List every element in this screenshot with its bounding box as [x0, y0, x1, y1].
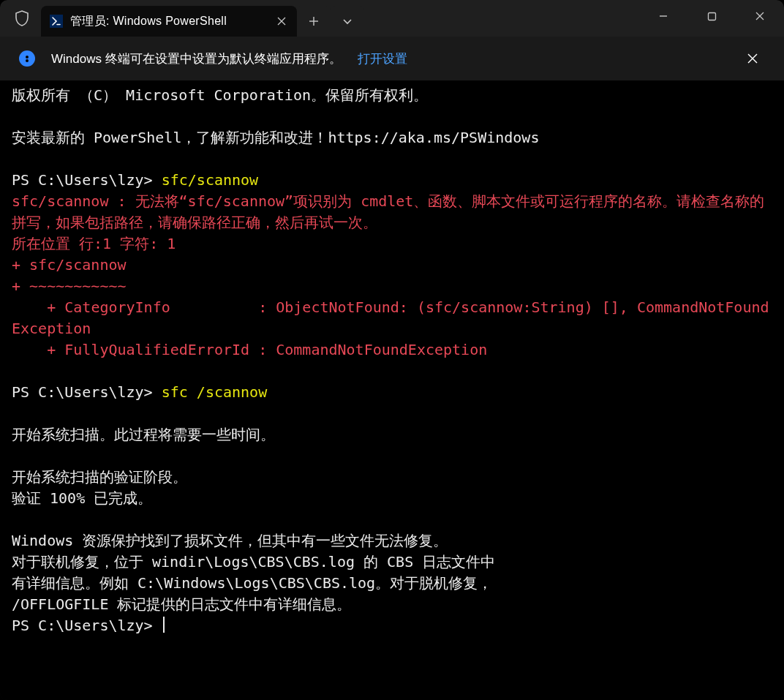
- prompt: PS C:\Users\lzy>: [12, 383, 162, 401]
- error-line: + ~~~~~~~~~~~: [12, 277, 127, 295]
- tab-dropdown-button[interactable]: [331, 6, 364, 37]
- cursor: [163, 617, 165, 633]
- titlebar[interactable]: 管理员: Windows PowerShell: [0, 0, 784, 37]
- info-icon: [19, 50, 35, 67]
- error-line: + FullyQualifiedErrorId : CommandNotFoun…: [12, 341, 487, 358]
- command-input: sfc /scannow: [162, 383, 268, 401]
- maximize-button[interactable]: [687, 0, 736, 32]
- window-controls: [639, 0, 784, 37]
- prompt: PS C:\Users\lzy>: [12, 617, 162, 634]
- powershell-icon: [50, 15, 63, 28]
- output-line: 验证 100% 已完成。: [12, 489, 152, 507]
- chevron-down-icon: [342, 18, 353, 25]
- command-input: sfc/scannow: [162, 171, 258, 189]
- terminal-pane[interactable]: 版权所有 （C） Microsoft Corporation。保留所有权利。 安…: [0, 80, 784, 700]
- svg-rect-6: [708, 12, 715, 20]
- window-frame: 管理员: Windows PowerShell: [0, 0, 784, 700]
- error-line: sfc/scannow : 无法将“sfc/scannow”项识别为 cmdle…: [12, 192, 764, 231]
- output-line: 安装最新的 PowerShell，了解新功能和改进！https://aka.ms…: [12, 129, 539, 146]
- minimize-icon: [658, 11, 668, 21]
- output-line: Windows 资源保护找到了损坏文件，但其中有一些文件无法修复。: [12, 532, 448, 549]
- infobar-message: Windows 终端可在设置中设置为默认终端应用程序。: [51, 50, 342, 67]
- tab-title: 管理员: Windows PowerShell: [70, 14, 265, 29]
- infobar: Windows 终端可在设置中设置为默认终端应用程序。 打开设置: [0, 37, 784, 80]
- close-icon: [755, 11, 765, 21]
- close-icon: [747, 53, 758, 64]
- infobar-close-button[interactable]: [740, 46, 765, 71]
- output-line: 有详细信息。例如 C:\Windows\Logs\CBS\CBS.log。对于脱…: [12, 574, 492, 592]
- close-icon: [277, 17, 286, 26]
- error-line: 所在位置 行:1 字符: 1: [12, 235, 176, 252]
- output-line: 对于联机修复，位于 windir\Logs\CBS\CBS.log 的 CBS …: [12, 553, 495, 571]
- output-line: 开始系统扫描。此过程将需要一些时间。: [12, 426, 275, 443]
- close-window-button[interactable]: [736, 0, 784, 32]
- open-settings-link[interactable]: 打开设置: [358, 50, 407, 67]
- tab-active[interactable]: 管理员: Windows PowerShell: [41, 6, 297, 37]
- output-line: /OFFLOGFILE 标记提供的日志文件中有详细信息。: [12, 595, 352, 613]
- output-line: 开始系统扫描的验证阶段。: [12, 468, 187, 486]
- maximize-icon: [707, 12, 717, 21]
- tab-close-button[interactable]: [272, 12, 291, 31]
- plus-icon: [309, 16, 319, 26]
- new-tab-button[interactable]: [297, 6, 331, 37]
- output-line: 版权所有 （C） Microsoft Corporation。保留所有权利。: [12, 86, 428, 104]
- minimize-button[interactable]: [639, 0, 687, 32]
- prompt: PS C:\Users\lzy>: [12, 171, 162, 189]
- error-line: + sfc/scannow: [12, 256, 127, 274]
- uac-shield-icon: [3, 0, 41, 37]
- error-line: + CategoryInfo : ObjectNotFound: (sfc/sc…: [12, 298, 769, 337]
